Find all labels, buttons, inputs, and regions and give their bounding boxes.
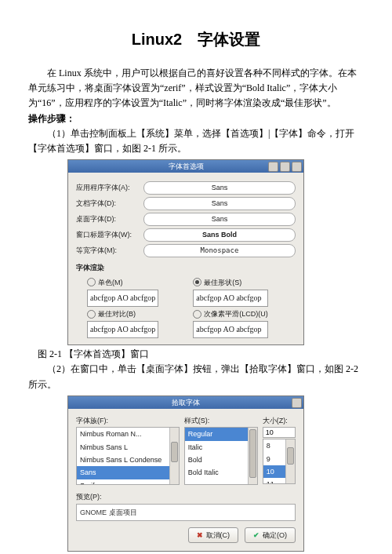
- font-preferences-window: 字体首选项 应用程序字体(A): Sans 文档字体(D): Sans 桌面字体…: [67, 159, 304, 345]
- mono-font-label: 等宽字体(M):: [76, 245, 143, 256]
- cancel-button-label: 取消(C): [206, 530, 230, 541]
- radio-best-shapes-label: 最佳形状(S): [204, 277, 241, 288]
- app-font-button[interactable]: Sans: [143, 181, 296, 195]
- preview-box: GNOME 桌面项目: [76, 504, 296, 521]
- preview-label: 预览(P):: [76, 491, 296, 502]
- style-header: 样式(S):: [184, 415, 258, 426]
- list-item[interactable]: Regular: [185, 428, 257, 440]
- desktop-font-button[interactable]: Sans: [143, 213, 296, 226]
- step-2: （2）在窗口中，单击【桌面字体】按钮，弹出【拾取字体】窗口，如图 2-2 所示。: [28, 362, 364, 392]
- scrollbar[interactable]: [248, 428, 257, 484]
- scrollbar[interactable]: [169, 428, 179, 484]
- style-listbox[interactable]: Regular Italic Bold Bold Italic: [184, 427, 258, 485]
- radio-best-contrast[interactable]: 最佳对比(B): [87, 308, 158, 319]
- doc-font-button[interactable]: Sans: [143, 197, 296, 210]
- family-header: 字体族(F):: [76, 415, 180, 426]
- page-title: Linux2 字体设置: [28, 27, 364, 52]
- close-icon[interactable]: [292, 398, 302, 408]
- radio-subpixel-label: 次像素平滑(LCD)(U): [204, 308, 268, 319]
- sample-box: abcfgop AO abcfgop: [87, 290, 158, 307]
- radio-monochrome[interactable]: 单色(M): [87, 277, 158, 288]
- radio-subpixel[interactable]: 次像素平滑(LCD)(U): [193, 308, 268, 319]
- size-header: 大小(Z):: [263, 415, 296, 426]
- list-item[interactable]: Italic: [185, 441, 257, 454]
- window-title: 字体首选项: [169, 162, 204, 170]
- ok-button-label: 确定(O): [263, 530, 287, 541]
- doc-font-label: 文档字体(D):: [76, 198, 143, 209]
- cancel-icon: ✖: [197, 530, 203, 541]
- app-font-label: 应用程序字体(A):: [76, 182, 143, 193]
- cancel-button[interactable]: ✖ 取消(C): [188, 527, 239, 543]
- size-listbox[interactable]: 8 9 10 11: [263, 439, 296, 484]
- ok-icon: ✔: [253, 530, 260, 541]
- ok-button[interactable]: ✔ 确定(O): [245, 527, 296, 543]
- radio-best-shapes[interactable]: 最佳形状(S): [193, 277, 268, 288]
- window-title-font-label: 窗口标题字体(W):: [76, 229, 143, 240]
- radio-monochrome-label: 单色(M): [98, 277, 123, 288]
- window-titlebar: 拾取字体: [68, 396, 303, 409]
- family-listbox[interactable]: Nimbus Roman N... Nimbus Sans L Nimbus S…: [76, 427, 180, 485]
- list-item[interactable]: Nimbus Roman N...: [77, 428, 179, 440]
- list-item[interactable]: Nimbus Sans L: [77, 441, 179, 454]
- mono-font-button[interactable]: Monospace: [143, 244, 296, 257]
- window-title: 拾取字体: [172, 399, 200, 406]
- step-1: （1）单击控制面板上【系统】菜单，选择【首选项】|【字体】命令，打开【字体首选项…: [28, 126, 364, 156]
- sample-box: abcfgop AO abcfgop: [193, 321, 268, 338]
- close-icon[interactable]: [292, 162, 302, 172]
- steps-header: 操作步骤：: [28, 111, 364, 126]
- radio-best-contrast-label: 最佳对比(B): [98, 308, 136, 319]
- figure-2-1-caption: 图 2-1 【字体首选项】窗口: [28, 347, 364, 362]
- minimize-icon[interactable]: [268, 162, 278, 172]
- pick-font-window: 拾取字体 字体族(F): Nimbus Roman N... Nimbus Sa…: [67, 395, 304, 552]
- window-titlebar: 字体首选项: [68, 160, 303, 173]
- list-item[interactable]: Sans: [77, 466, 179, 479]
- scrollbar[interactable]: [285, 439, 295, 483]
- list-item[interactable]: Bold: [185, 454, 257, 466]
- window-title-font-button[interactable]: Sans Bold: [143, 228, 296, 242]
- intro-para: 在 Linux 系统中，用户可以根据自己的喜好设置各种不同样式的字体。在本单元练…: [28, 66, 364, 111]
- sample-box: abcfgop AO abcfgop: [193, 290, 268, 307]
- list-item[interactable]: Serif: [77, 479, 179, 485]
- render-section-header: 字体渲染: [76, 262, 296, 273]
- list-item[interactable]: Nimbus Sans L Condense: [77, 454, 179, 466]
- maximize-icon[interactable]: [280, 162, 290, 172]
- sample-box: abcfgop AO abcfgop: [87, 321, 158, 338]
- size-input[interactable]: [263, 427, 296, 438]
- desktop-font-label: 桌面字体(D):: [76, 213, 143, 224]
- list-item[interactable]: Bold Italic: [185, 466, 257, 479]
